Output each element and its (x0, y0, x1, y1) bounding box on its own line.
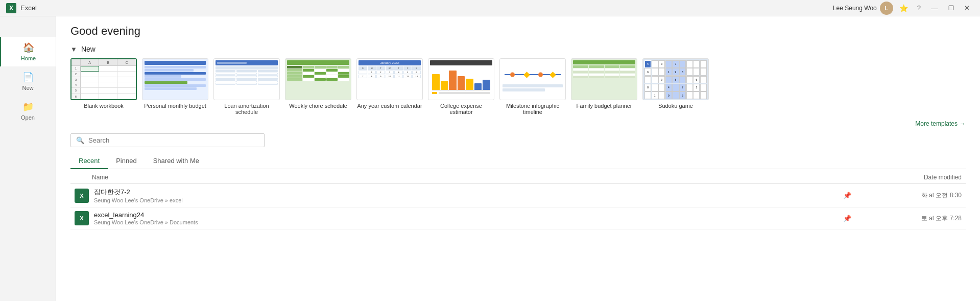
template-thumbnail-calendar: January 20XX S M T W T F S 1 2 3 (356, 58, 423, 100)
more-templates-label: More templates (915, 120, 958, 127)
sidebar-item-new[interactable]: 📄 New (0, 66, 56, 96)
file-name-label-2: excel_learning24 (94, 211, 843, 219)
pin-icon-2[interactable]: 📌 (843, 215, 851, 222)
main-content: Good evening ▼ New A B C 1 (56, 16, 980, 301)
template-card-chore[interactable]: Weekly chore schedule (285, 58, 351, 115)
list-item[interactable]: X 잡다한것7-2 Seung Woo Lee's OneDrive » exc… (70, 184, 966, 207)
pin-icon[interactable]: 📌 (843, 192, 851, 199)
template-label-blank: Blank workbook (84, 103, 124, 109)
section-header: ▼ New (70, 45, 966, 53)
template-label-calendar: Any year custom calendar (357, 103, 422, 109)
user-avatar: L (880, 2, 893, 15)
file-list-header: Name Date modified (70, 171, 966, 184)
template-card-milestone[interactable]: Milestone infographic timeline (499, 58, 566, 115)
template-thumbnail-family-budget (571, 58, 637, 100)
template-card-calendar[interactable]: January 20XX S M T W T F S 1 2 3 (356, 58, 423, 115)
template-thumbnail-sudoku: 5 3 7 6 1 9 5 (642, 58, 709, 100)
search-bar[interactable]: 🔍 (70, 133, 265, 147)
search-icon: 🔍 (76, 136, 84, 144)
template-thumbnail-chore (285, 58, 351, 100)
user-name-label: Lee Seung Woo (833, 5, 877, 12)
sidebar: 🏠 Home 📄 New 📁 Open (0, 16, 56, 301)
date-column-header: Date modified (859, 174, 962, 181)
template-thumbnail-milestone (499, 58, 566, 100)
file-path-label-2: Seung Woo Lee's OneDrive » Documents (94, 219, 843, 225)
minimize-button[interactable]: — (927, 3, 942, 13)
excel-app-icon: X (6, 3, 16, 13)
template-card-loan[interactable]: Loan amortization schedule (213, 58, 280, 115)
name-column-header: Name (92, 174, 108, 181)
file-info-2: excel_learning24 Seung Woo Lee's OneDriv… (94, 211, 843, 225)
help-button[interactable]: ? (914, 3, 924, 13)
template-card-blank[interactable]: A B C 1 2 3 (70, 58, 137, 115)
template-label-college: College expense estimator (428, 103, 494, 115)
template-card-college[interactable]: College expense estimator (428, 58, 494, 115)
template-label-sudoku: Sudoku game (658, 103, 693, 109)
template-label-milestone: Milestone infographic timeline (499, 103, 566, 115)
greeting-heading: Good evening (70, 25, 966, 38)
search-section: 🔍 (70, 133, 966, 147)
tab-shared[interactable]: Shared with Me (145, 153, 207, 169)
template-thumbnail-college (428, 58, 494, 100)
sidebar-item-label-open: Open (21, 114, 35, 121)
more-templates-row: More templates → (70, 120, 966, 127)
template-thumbnail-blank: A B C 1 2 3 (70, 58, 137, 100)
feedback-button[interactable]: ⭐ (896, 3, 911, 13)
file-name-label: 잡다한것7-2 (94, 188, 843, 197)
file-list: X 잡다한것7-2 Seung Woo Lee's OneDrive » exc… (70, 184, 966, 229)
file-excel-icon: X (75, 189, 89, 203)
restore-button[interactable]: ❐ (945, 4, 957, 13)
file-pin-area-2: 📌 (843, 215, 851, 222)
template-label-chore: Weekly chore schedule (289, 103, 347, 109)
file-info: 잡다한것7-2 Seung Woo Lee's OneDrive » excel (94, 188, 843, 203)
template-card-budget[interactable]: Personal monthly budget (142, 58, 208, 115)
search-input[interactable] (88, 136, 259, 144)
app-name-label: Excel (20, 4, 37, 12)
file-date-label-2: 토 at 오후 7:28 (859, 214, 962, 223)
sidebar-item-home[interactable]: 🏠 Home (0, 37, 56, 66)
open-icon: 📁 (22, 101, 34, 112)
template-label-loan: Loan amortization schedule (213, 103, 280, 115)
template-card-sudoku[interactable]: 5 3 7 6 1 9 5 (642, 58, 709, 115)
more-templates-link[interactable]: More templates → (915, 120, 966, 127)
sidebar-item-label-new: New (22, 85, 33, 91)
templates-grid: A B C 1 2 3 (70, 58, 966, 115)
file-excel-icon-2: X (75, 211, 89, 225)
arrow-icon: → (960, 120, 966, 127)
template-label-budget: Personal monthly budget (144, 103, 206, 109)
file-date-label: 화 at 오전 8:30 (859, 191, 962, 200)
file-path-label: Seung Woo Lee's OneDrive » excel (94, 197, 843, 203)
list-item[interactable]: X excel_learning24 Seung Woo Lee's OneDr… (70, 207, 966, 229)
new-icon: 📄 (22, 72, 34, 83)
file-pin-area: 📌 (843, 192, 851, 199)
tab-pinned[interactable]: Pinned (108, 153, 145, 169)
section-title-new: New (81, 45, 95, 53)
template-label-family-budget: Family budget planner (577, 103, 632, 109)
section-collapse-button[interactable]: ▼ (70, 45, 77, 53)
close-button[interactable]: ✕ (960, 3, 974, 13)
home-icon: 🏠 (23, 42, 34, 53)
template-card-family-budget[interactable]: Family budget planner (571, 58, 637, 115)
sidebar-item-label-home: Home (21, 55, 36, 61)
template-thumbnail-budget (142, 58, 208, 100)
template-thumbnail-loan (213, 58, 280, 100)
new-section: ▼ New A B C 1 2 (70, 45, 966, 127)
user-info: Lee Seung Woo L (833, 2, 893, 15)
tabs-bar: Recent Pinned Shared with Me (70, 153, 966, 169)
sidebar-item-open[interactable]: 📁 Open (0, 96, 56, 126)
tab-recent[interactable]: Recent (70, 153, 108, 169)
